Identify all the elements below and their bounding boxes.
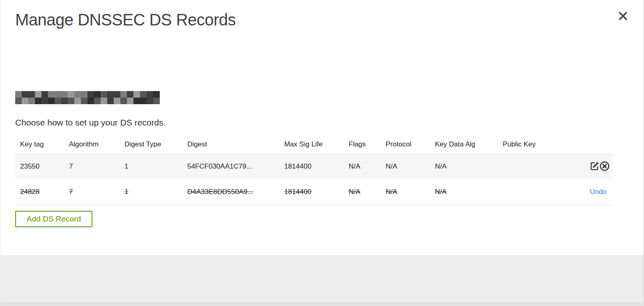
close-button[interactable]	[616, 10, 630, 23]
cell-key-tag: 23550	[15, 154, 64, 179]
page: Manage DNSSEC DS Records Choose how to s…	[0, 0, 644, 306]
cell-flags: N/A	[344, 154, 381, 179]
cell-digest-type: 1	[120, 154, 182, 179]
edit-icon	[589, 166, 599, 172]
add-ds-record-button[interactable]: Add DS Record	[15, 211, 92, 227]
manage-dnssec-modal: Manage DNSSEC DS Records Choose how to s…	[0, 0, 644, 303]
col-header-digest: Digest	[182, 135, 279, 154]
col-header-max-sig-life: Max Sig Life	[279, 135, 344, 154]
col-header-actions	[580, 135, 612, 154]
cell-algorithm: 7	[64, 154, 120, 179]
table-row: 23550 7 1 54FCF030AA1C79... 1814400 N/A …	[15, 154, 612, 179]
col-header-algorithm: Algorithm	[64, 135, 120, 154]
cell-key-data-alg: N/A	[430, 154, 498, 179]
undo-link[interactable]: Undo	[590, 188, 610, 196]
page-title: Manage DNSSEC DS Records	[15, 11, 236, 29]
redacted-domain-name	[15, 91, 160, 104]
table-header-row: Key tag Algorithm Digest Type Digest Max…	[15, 135, 612, 154]
col-header-key-data-alg: Key Data Alg	[430, 135, 498, 154]
close-icon	[618, 11, 628, 23]
cell-key-tag: 24828	[15, 179, 64, 205]
col-header-protocol: Protocol	[381, 135, 430, 154]
cell-key-data-alg: N/A	[430, 179, 498, 205]
col-header-key-tag: Key tag	[15, 135, 64, 154]
cell-flags: N/A	[344, 179, 381, 205]
x-circle-icon	[599, 167, 610, 173]
cell-actions: Undo	[580, 179, 612, 205]
col-header-digest-type: Digest Type	[120, 135, 182, 154]
col-header-flags: Flags	[344, 135, 381, 154]
ds-records-table: Key tag Algorithm Digest Type Digest Max…	[15, 135, 612, 205]
modal-footer: Save Cancel	[0, 255, 644, 303]
edit-record-button[interactable]	[589, 161, 599, 172]
cell-algorithm: 7	[64, 179, 120, 205]
cell-digest: D4A33E8DD550A9...	[182, 179, 279, 205]
cell-digest: 54FCF030AA1C79...	[182, 154, 279, 179]
col-header-public-key: Public Key	[498, 135, 580, 154]
table-row-deleted: 24828 7 1 D4A33E8DD550A9... 1814400 N/A …	[15, 179, 612, 205]
cell-protocol: N/A	[381, 154, 430, 179]
cell-max-sig-life: 1814400	[279, 179, 344, 205]
delete-record-button[interactable]	[599, 161, 610, 173]
cell-public-key	[498, 179, 580, 205]
cell-max-sig-life: 1814400	[279, 154, 344, 179]
instruction-text: Choose how to set up your DS records.	[15, 118, 166, 128]
cell-protocol: N/A	[381, 179, 430, 205]
cell-digest-type: 1	[120, 179, 182, 205]
cell-actions	[580, 154, 612, 179]
cell-public-key	[498, 154, 580, 179]
